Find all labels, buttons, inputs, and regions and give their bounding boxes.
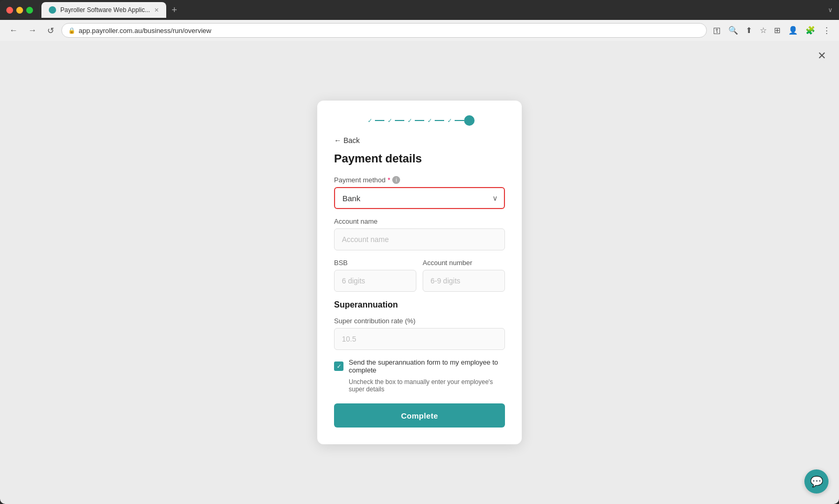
payment-method-group: Payment method * i Bank Cash Cheque ∨ <box>334 176 505 209</box>
step-6-icon <box>464 115 475 126</box>
star-icon[interactable]: ☆ <box>758 24 769 37</box>
back-link[interactable]: ← Back <box>334 136 505 145</box>
forward-button[interactable]: → <box>25 24 40 37</box>
share-icon[interactable]: ⬆ <box>744 24 755 37</box>
step-line-2 <box>395 120 404 121</box>
new-tab-button[interactable]: + <box>168 4 180 17</box>
bsb-account-row: BSB Account number <box>334 259 505 292</box>
step-3-icon: ✓ <box>404 115 415 126</box>
modal-card: ✓ ✓ ✓ ✓ ✓ ← Back Payment details <box>317 101 522 444</box>
super-checkbox-hint: Uncheck the box to manually enter your e… <box>334 378 505 393</box>
super-rate-group: Super contribution rate (%) <box>334 317 505 350</box>
account-name-group: Account name <box>334 217 505 250</box>
step-line-5 <box>455 120 464 121</box>
payment-method-select-wrapper: Bank Cash Cheque ∨ <box>334 187 505 209</box>
super-rate-label: Super contribution rate (%) <box>334 317 505 325</box>
nav-bar: ← → ↺ 🔒 app.payroller.com.au/business/ru… <box>0 20 839 41</box>
tab-close-button[interactable]: ✕ <box>154 7 159 14</box>
step-5-icon: ✓ <box>444 115 455 126</box>
required-indicator: * <box>388 176 390 184</box>
progress-steps: ✓ ✓ ✓ ✓ ✓ <box>334 115 505 126</box>
address-bar[interactable]: 🔒 app.payroller.com.au/business/run/over… <box>61 23 707 38</box>
title-bar: Payroller Software Web Applic... ✕ + ∨ <box>0 0 839 20</box>
super-section-title: Superannuation <box>334 300 505 310</box>
tab-bar: Payroller Software Web Applic... ✕ + ∨ <box>41 2 833 18</box>
account-name-input[interactable] <box>334 228 505 250</box>
step-line-1 <box>375 120 384 121</box>
profile-icon[interactable]: 👤 <box>786 24 800 37</box>
back-button[interactable]: ← <box>6 24 21 37</box>
maximize-traffic-light[interactable] <box>26 7 33 14</box>
bsb-input[interactable] <box>334 270 416 292</box>
bsb-label: BSB <box>334 259 416 267</box>
payment-method-select[interactable]: Bank Cash Cheque <box>334 187 505 209</box>
account-number-group: Account number <box>423 259 505 292</box>
complete-button[interactable]: Complete <box>334 403 505 428</box>
nav-icons: ⚿ 🔍 ⬆ ☆ ⊞ 👤 🧩 ⋮ <box>711 24 833 37</box>
page-content: ✕ ✓ ✓ ✓ ✓ ✓ <box>0 41 839 504</box>
puzzle-icon[interactable]: 🧩 <box>803 24 818 37</box>
minimize-traffic-light[interactable] <box>16 7 23 14</box>
page-close-button[interactable]: ✕ <box>818 49 826 62</box>
traffic-lights <box>6 7 33 14</box>
screenshot-icon[interactable]: ⊞ <box>772 24 783 37</box>
tab-expand-icon[interactable]: ∨ <box>828 6 833 14</box>
form-title: Payment details <box>334 152 505 166</box>
key-icon[interactable]: ⚿ <box>711 24 723 37</box>
browser-window: Payroller Software Web Applic... ✕ + ∨ ←… <box>0 0 839 504</box>
search-icon[interactable]: 🔍 <box>726 24 740 37</box>
step-line-4 <box>435 120 444 121</box>
super-checkbox-row: ✓ Send the superannuation form to my emp… <box>334 358 505 374</box>
payment-method-label: Payment method * i <box>334 176 505 184</box>
active-tab[interactable]: Payroller Software Web Applic... ✕ <box>41 2 166 18</box>
step-4-icon: ✓ <box>424 115 435 126</box>
step-1-icon: ✓ <box>364 115 375 126</box>
super-checkbox[interactable]: ✓ <box>334 361 343 371</box>
step-2-icon: ✓ <box>384 115 395 126</box>
account-name-label: Account name <box>334 217 505 225</box>
refresh-button[interactable]: ↺ <box>44 24 57 38</box>
bsb-group: BSB <box>334 259 416 292</box>
chat-icon: 💬 <box>810 475 823 488</box>
account-number-input[interactable] <box>423 270 505 292</box>
super-checkbox-label: Send the superannuation form to my emplo… <box>349 358 505 374</box>
super-rate-input[interactable] <box>334 328 505 350</box>
account-number-label: Account number <box>423 259 505 267</box>
menu-icon[interactable]: ⋮ <box>821 24 833 37</box>
close-traffic-light[interactable] <box>6 7 13 14</box>
step-line-3 <box>415 120 424 121</box>
chat-bubble[interactable]: 💬 <box>804 469 829 494</box>
tab-title: Payroller Software Web Applic... <box>60 6 150 14</box>
payment-method-info-icon[interactable]: i <box>392 176 400 184</box>
tab-favicon <box>49 6 56 14</box>
lock-icon: 🔒 <box>68 27 76 34</box>
url-text: app.payroller.com.au/business/run/overvi… <box>79 27 211 35</box>
